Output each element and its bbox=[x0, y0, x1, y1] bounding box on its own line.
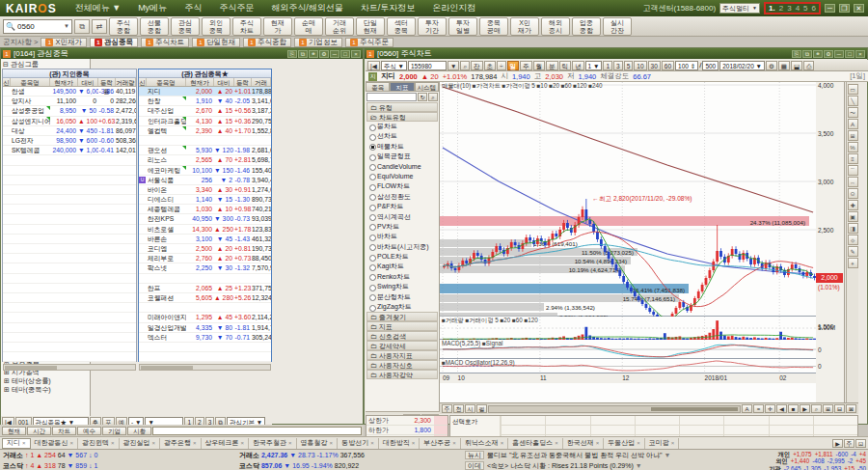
toolbar-button-업종종합[interactable]: 업종종합 bbox=[572, 17, 601, 36]
main-chart-pane[interactable]: 24.37% (11,085,004)1.36% (619,401)11.50%… bbox=[440, 82, 816, 317]
table-row[interactable]: 미래아이앤지1,295▲ 45+3.602,114,287 bbox=[139, 313, 271, 322]
command-input[interactable] bbox=[152, 427, 362, 435]
col-header[interactable]: 현재가 bbox=[50, 78, 78, 86]
toolbar-button-투자기간[interactable]: 투자기간 bbox=[418, 17, 447, 36]
close-tab-icon[interactable]: × bbox=[501, 440, 504, 446]
bar-count-input[interactable]: 100 ⇕ bbox=[675, 61, 698, 70]
nav-first-icon[interactable]: |◀ bbox=[367, 61, 380, 70]
table-row[interactable]: 리노스2,565▲ 70+2.815,698,714 bbox=[139, 155, 271, 165]
chart-type-radio-Swing차트[interactable]: Swing차트 bbox=[366, 282, 439, 291]
window-maximize-icon[interactable]: □ bbox=[340, 50, 350, 58]
col-header[interactable]: 신 bbox=[3, 78, 11, 86]
search-go-icon[interactable]: ⌕ bbox=[428, 93, 438, 101]
draw-tool-icon[interactable]: ✚ bbox=[848, 200, 858, 210]
folder-사용자지표[interactable]: 🗀 사용자지표 bbox=[366, 350, 438, 360]
close-tab-icon[interactable]: × bbox=[193, 440, 197, 446]
toolbar-button-현재가[interactable]: 현재가 bbox=[263, 17, 292, 36]
chart-zoom-icon[interactable]: = bbox=[753, 404, 764, 413]
draw-tool-icon[interactable]: ✎ bbox=[848, 246, 858, 257]
toolbar-button-종목공매[interactable]: 종목공매 bbox=[479, 17, 508, 36]
draw-tool-icon[interactable]: ▣ bbox=[848, 211, 858, 222]
toolbar-button-주식차트[interactable]: 주식차트 bbox=[232, 17, 261, 36]
draw-tool-icon[interactable]: ╲ bbox=[848, 96, 858, 106]
count-1[interactable]: 1 bbox=[603, 61, 612, 70]
quick-tab-기업정보[interactable]: 1기업정보 bbox=[294, 38, 342, 47]
stock-tab-코미팜[interactable]: 코미팜× bbox=[645, 438, 680, 449]
table-row[interactable]: 대주산업2,670▲ 15+0.563,187,241 bbox=[139, 106, 271, 116]
chart-quick-필[interactable]: 필 bbox=[476, 404, 487, 413]
table-row[interactable]: 덱스터9,730▼ 70-0.71305,244 bbox=[139, 333, 271, 343]
pin-icon[interactable]: ⎘ bbox=[287, 50, 297, 58]
chart-zoom-icon[interactable]: ⊞ bbox=[823, 404, 833, 413]
close-tab-icon[interactable]: × bbox=[241, 440, 245, 446]
table-row[interactable] bbox=[3, 254, 136, 263]
table-row[interactable]: 바른손3,100▼ 45-1.43461,320 bbox=[139, 235, 271, 244]
stock-tab-두올산업[interactable]: 두올산업× bbox=[604, 438, 645, 449]
quick-tab-주식차트[interactable]: 1주식차트 bbox=[141, 38, 189, 47]
screen-search-input[interactable]: 🔍 0560 ▼ bbox=[3, 19, 72, 34]
chart-tool-icon[interactable]: ⬓ bbox=[791, 61, 802, 70]
news-line[interactable]: 이데<속보> 나스닥 시황 : Rises 21.18 Points (0.29… bbox=[465, 460, 718, 470]
table-row[interactable] bbox=[3, 343, 136, 352]
menu-item[interactable]: 차트/투자정보 bbox=[352, 2, 424, 14]
folder-chart-type[interactable]: 🗁 차트유형 bbox=[366, 112, 438, 122]
draw-tool-icon[interactable]: ▭ bbox=[848, 84, 858, 95]
table-row[interactable] bbox=[139, 343, 271, 352]
table-row[interactable]: 디에스티1,140▼ 15-1.30890,731 bbox=[139, 195, 271, 205]
asset-select[interactable]: 주식 ▼ bbox=[381, 61, 407, 70]
menu-item[interactable]: 주식 bbox=[176, 2, 210, 14]
col-header[interactable]: 거래량 bbox=[116, 78, 136, 86]
draw-tool-icon[interactable]: ≡ bbox=[848, 153, 858, 164]
swap-screen-icon[interactable]: ⇄ bbox=[92, 19, 107, 34]
chart-opt-÷[interactable]: ÷ bbox=[497, 61, 506, 70]
stock-tab-부산주공[interactable]: 부산주공× bbox=[420, 438, 461, 449]
chart-type-radio-매물차트[interactable]: 매물차트 bbox=[366, 142, 439, 152]
chart-opt-초[interactable]: 초 bbox=[484, 61, 497, 70]
window-minimize-icon[interactable]: ─ bbox=[330, 50, 339, 58]
col-header[interactable]: 등락률 bbox=[234, 78, 252, 86]
quick-tab-단일현재[interactable]: 1단일현재 bbox=[192, 38, 240, 47]
watchlist-titlebar[interactable]: 1 [0164] 관심종목 ⎘⧉⚭⚙─□× bbox=[1, 48, 363, 59]
period-일[interactable]: 일 bbox=[507, 61, 520, 70]
toolbar-button-X민재가[interactable]: X민재가 bbox=[510, 17, 539, 36]
chart-zoom-icon[interactable]: ✛ bbox=[765, 404, 775, 413]
table-row[interactable] bbox=[139, 274, 271, 284]
close-tab-icon[interactable]: × bbox=[637, 440, 640, 446]
folder-신호검색[interactable]: 🗀 신호검색 bbox=[366, 331, 438, 341]
chart-type-radio-Renko차트[interactable]: Renko차트 bbox=[366, 272, 439, 282]
chart-tool-icon[interactable]: ⚙ bbox=[766, 61, 777, 70]
draw-tool-icon[interactable]: A bbox=[848, 119, 858, 129]
table-row[interactable]: 한창1,910▼ 40-2.053,141,098 bbox=[139, 97, 271, 106]
macd-pane[interactable]: MACD(5,25,5) ■Signal bbox=[440, 340, 816, 359]
period-틱[interactable]: 틱 bbox=[559, 61, 572, 70]
table-row[interactable]: 한전KPS40,950▼ 300-0.7393,039 bbox=[139, 214, 271, 224]
table-row[interactable] bbox=[3, 323, 136, 333]
toolbar-button-거래순위[interactable]: 거래순위 bbox=[325, 17, 354, 36]
chart-titlebar[interactable]: 1 [0560] 주식차트 ⎘⧉⚭⚙─□× bbox=[365, 48, 867, 59]
chart-type-radio-바차트[interactable]: 바차트 bbox=[366, 232, 439, 241]
table-row[interactable]: 인터파크홀딩4,130▲ 15+0.36290,752 bbox=[139, 117, 271, 126]
stock-tab-영흥철강[interactable]: 영흥철강× bbox=[297, 438, 339, 449]
col-header[interactable]: 등락률 bbox=[98, 78, 116, 86]
table-row[interactable]: 한샘149,500▼ 6,000-3.8640,119 bbox=[3, 87, 136, 97]
table-row[interactable] bbox=[3, 235, 136, 244]
stock-code-input[interactable]: 155980 bbox=[408, 61, 447, 70]
table-row[interactable]: 체리부로2,760▲ 20+0.7388,450 bbox=[139, 254, 271, 263]
chart-type-radio-분산형차트[interactable]: 분산형차트 bbox=[366, 292, 439, 302]
table-row[interactable] bbox=[3, 225, 136, 235]
indicator-search-input[interactable] bbox=[366, 93, 417, 101]
col-header[interactable]: 종목명 bbox=[11, 78, 50, 86]
stock-tab-홈센타홀딩스[interactable]: 홈센타홀딩스× bbox=[508, 438, 563, 449]
folder-사용자강약[interactable]: 🗀 사용자강약 bbox=[366, 370, 438, 379]
pin-icon[interactable]: ⎘ bbox=[792, 50, 801, 58]
table-row[interactable] bbox=[3, 333, 136, 343]
draw-tool-icon[interactable]: ⊞ bbox=[848, 130, 858, 141]
table-row[interactable]: 삼성중공업8,950▼ 50-0.582,472,069 bbox=[3, 106, 136, 116]
settings-gear-icon[interactable]: ⚙ bbox=[824, 50, 833, 58]
col-header[interactable]: 대비 bbox=[214, 78, 234, 86]
stock-tab-대한광통신[interactable]: 대한광통신× bbox=[31, 438, 79, 449]
notice-link[interactable]: 공지사항 > bbox=[3, 38, 38, 47]
draw-tool-icon[interactable]: 〜 bbox=[848, 107, 858, 118]
table-row[interactable]: LG전자98,900▼ 600-0.60508,365 bbox=[3, 136, 136, 146]
count-10[interactable]: 10 bbox=[634, 61, 646, 70]
